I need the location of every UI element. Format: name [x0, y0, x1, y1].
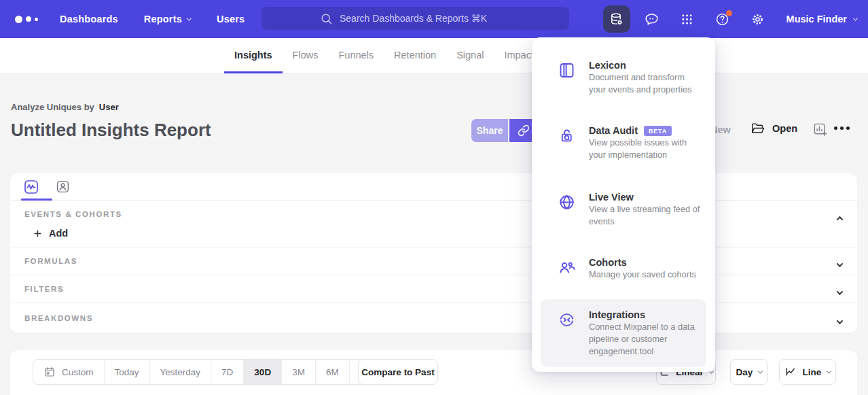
feedback-chat-icon[interactable]	[638, 5, 666, 33]
nav-right-icons: Music Finder	[603, 0, 857, 38]
plus-icon	[33, 228, 43, 239]
tab-insights[interactable]: Insights	[224, 38, 283, 73]
profile-person-icon[interactable]	[52, 177, 73, 197]
expand-section-icon[interactable]	[837, 286, 842, 298]
chart-type-dropdown[interactable]: Line	[779, 359, 836, 385]
date-preset-yesterday[interactable]: Yesterday	[150, 360, 212, 384]
menu-item-integrations[interactable]: Integrations Connect Mixpanel to a data …	[541, 299, 706, 367]
chevron-down-icon	[853, 16, 858, 20]
menu-item-title: Cohorts	[589, 257, 627, 268]
date-preset-3m[interactable]: 3M	[282, 360, 316, 384]
menu-item-description: Manage your saved cohorts	[589, 269, 696, 279]
chart-pulse-icon[interactable]	[21, 177, 41, 197]
add-event-button[interactable]: Add	[33, 228, 68, 239]
tab-retention[interactable]: Retention	[384, 38, 446, 73]
tab-signal[interactable]: Signal	[446, 38, 494, 73]
context-label: Analyze Uniques by	[11, 102, 94, 112]
menu-item-cohorts[interactable]: Cohorts Manage your saved cohorts	[532, 257, 715, 280]
report-tabs: Insights Flows Funnels Retention Signal …	[0, 38, 868, 73]
date-preset-6m[interactable]: 6M	[316, 360, 350, 384]
tab-funnels[interactable]: Funnels	[328, 38, 384, 73]
nav-item-dashboards[interactable]: Dashboards	[60, 14, 118, 24]
nav-links: Dashboards Reports Users	[60, 14, 245, 24]
global-search[interactable]	[261, 7, 569, 30]
menu-item-title: Live View	[589, 192, 634, 203]
date-preset-30d[interactable]: 30D	[244, 360, 282, 384]
share-button[interactable]: Share	[471, 119, 508, 142]
integrations-sync-icon	[558, 311, 576, 329]
save-to-dashboard-icon[interactable]	[812, 122, 828, 137]
chevron-down-icon	[758, 368, 763, 373]
data-audit-lock-icon	[558, 126, 576, 145]
menu-item-description: Document and transform your events and p…	[589, 72, 692, 95]
top-navbar: Dashboards Reports Users	[0, 0, 868, 38]
section-filters[interactable]: FILTERS	[10, 275, 857, 303]
context-value[interactable]: User	[99, 102, 119, 112]
mixpanel-logo-icon[interactable]	[15, 16, 50, 23]
page-title[interactable]: Untitled Insights Report	[11, 120, 211, 141]
calendar-icon	[43, 366, 56, 378]
section-label: BREAKDOWNS	[24, 314, 93, 322]
search-icon	[320, 12, 333, 25]
date-range-picker: Custom Today Yesterday 7D 30D 3M 6M 12M	[33, 359, 388, 385]
data-management-popover: Lexicon Document and transform your even…	[532, 37, 715, 372]
menu-item-description: View possible issues with your implement…	[589, 137, 687, 160]
interval-dropdown[interactable]: Day	[730, 359, 768, 385]
live-view-globe-icon	[558, 193, 576, 211]
menu-item-title: Data Audit	[589, 125, 638, 136]
nav-item-users[interactable]: Users	[217, 14, 245, 24]
beta-badge: BETA	[644, 126, 672, 136]
expand-section-icon[interactable]	[837, 315, 842, 327]
data-management-icon[interactable]	[603, 5, 630, 33]
menu-item-title: Lexicon	[589, 60, 626, 71]
menu-item-title: Integrations	[589, 309, 645, 320]
section-events-cohorts: EVENTS & COHORTS Add	[10, 201, 857, 247]
date-preset-custom[interactable]: Custom	[33, 360, 105, 384]
menu-item-live-view[interactable]: Live View View a live streaming feed of …	[532, 192, 715, 227]
lexicon-book-icon	[558, 61, 576, 80]
analysis-context: Analyze Uniques by User	[11, 102, 119, 112]
project-name: Music Finder	[786, 14, 847, 24]
section-breakdowns[interactable]: BREAKDOWNS	[10, 303, 857, 333]
open-label: Open	[772, 123, 797, 134]
section-label: FILTERS	[24, 285, 64, 293]
expand-section-icon[interactable]	[837, 258, 842, 270]
section-formulas[interactable]: FORMULAS	[10, 247, 857, 275]
chevron-down-icon	[187, 16, 192, 20]
compare-to-past-button[interactable]: Compare to Past	[358, 359, 438, 385]
share-button-group: Share	[471, 119, 538, 142]
notification-dot	[726, 10, 732, 16]
query-builder-panel: EVENTS & COHORTS Add FORMULAS FILTERS BR…	[10, 173, 857, 333]
date-preset-7d[interactable]: 7D	[211, 360, 244, 384]
open-report-button[interactable]: Open	[751, 121, 797, 136]
menu-item-data-audit[interactable]: Data Audit BETA View possible issues wit…	[532, 125, 715, 160]
more-options-button[interactable]	[834, 126, 850, 130]
nav-item-reports[interactable]: Reports	[144, 14, 191, 24]
section-label: EVENTS & COHORTS	[24, 210, 857, 218]
cohorts-people-icon	[558, 258, 576, 277]
add-label: Add	[49, 228, 68, 239]
settings-gear-icon[interactable]	[744, 5, 772, 33]
project-switcher[interactable]: Music Finder	[786, 14, 857, 24]
menu-item-description: Connect Mixpanel to a data pipeline or c…	[589, 322, 695, 356]
help-icon[interactable]	[709, 5, 736, 33]
chevron-down-icon	[827, 368, 831, 373]
apps-grid-icon[interactable]	[674, 5, 701, 33]
search-input[interactable]	[340, 13, 511, 24]
date-preset-today[interactable]: Today	[105, 360, 150, 384]
section-label: FORMULAS	[24, 257, 77, 265]
menu-item-lexicon[interactable]: Lexicon Document and transform your even…	[532, 60, 715, 95]
tab-flows[interactable]: Flows	[283, 38, 329, 73]
collapse-section-icon[interactable]	[837, 211, 842, 224]
folder-open-icon	[751, 121, 765, 136]
menu-item-description: View a live streaming feed of events	[589, 204, 700, 226]
link-icon	[518, 124, 530, 137]
chart-controls-panel: Custom Today Yesterday 7D 30D 3M 6M 12M …	[10, 350, 857, 395]
line-chart-icon	[784, 366, 797, 378]
builder-view-tabs	[10, 173, 857, 201]
